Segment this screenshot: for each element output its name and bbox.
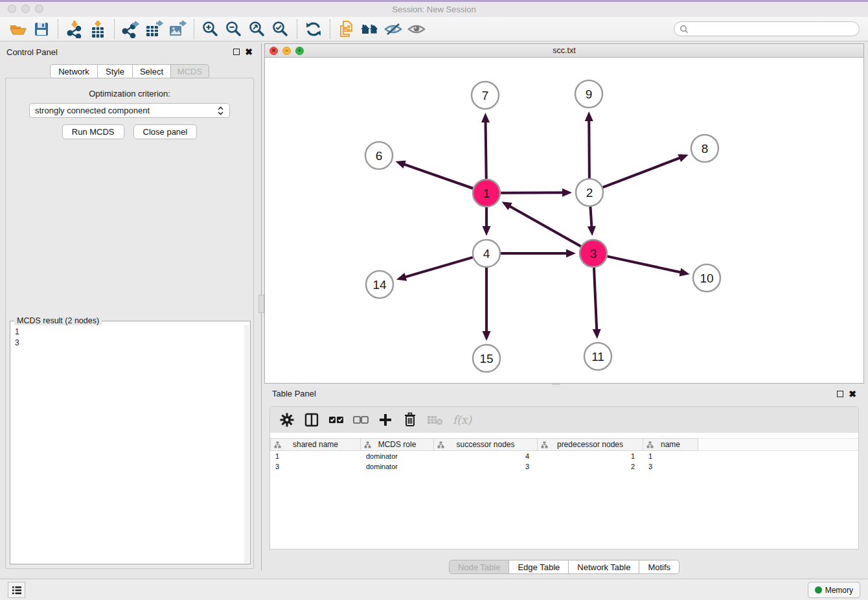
zoom-network-icon[interactable]: + — [295, 47, 304, 55]
table-row[interactable]: 1dominator411 — [270, 451, 858, 461]
run-mcds-button[interactable]: Run MCDS — [62, 124, 124, 139]
export-table-icon — [144, 20, 164, 38]
tab-mcds[interactable]: MCDS — [171, 64, 209, 78]
edge-1-2[interactable] — [501, 192, 564, 193]
import-network-button[interactable] — [63, 18, 86, 40]
float-table-panel-icon[interactable] — [837, 391, 843, 397]
hide-selected-button[interactable] — [382, 18, 405, 40]
window-controls[interactable] — [8, 5, 43, 13]
minimize-window-icon[interactable] — [21, 5, 30, 13]
edge-1-7[interactable] — [486, 121, 486, 179]
float-panel-icon[interactable] — [233, 49, 240, 55]
tab-style[interactable]: Style — [98, 64, 133, 78]
vertical-splitter-handle[interactable] — [258, 295, 264, 313]
column-header-name[interactable]: name — [643, 438, 698, 451]
close-window-icon[interactable] — [8, 5, 16, 13]
edge-4-14[interactable] — [404, 257, 472, 277]
table-cell[interactable]: 2 — [538, 461, 643, 472]
open-file-icon — [9, 21, 27, 38]
export-network-icon — [121, 20, 141, 38]
node-label-10: 10 — [700, 271, 713, 285]
gear-button[interactable] — [279, 411, 295, 428]
tab-motifs[interactable]: Motifs — [639, 560, 680, 574]
minimize-network-icon[interactable]: − — [282, 47, 291, 55]
tab-network-table[interactable]: Network Table — [569, 560, 639, 574]
edge-2-9[interactable] — [589, 119, 589, 178]
search-box[interactable] — [674, 21, 860, 36]
criterion-select[interactable]: strongly connected component — [29, 103, 230, 118]
table-cell[interactable]: 4 — [434, 451, 538, 461]
result-scrollbar[interactable] — [244, 325, 249, 563]
deselect-all-button[interactable] — [353, 411, 369, 428]
column-visibility-button[interactable] — [304, 411, 319, 428]
node-label-2: 2 — [586, 186, 593, 200]
sort-tree-icon — [437, 441, 444, 448]
zoom-out-icon — [225, 20, 243, 38]
edge-3-1[interactable] — [508, 205, 581, 246]
tab-node-table[interactable]: Node Table — [449, 560, 510, 574]
zoom-fit-button[interactable] — [246, 18, 269, 40]
column-header-successor-nodes[interactable]: successor nodes — [434, 438, 538, 451]
open-file-button[interactable] — [6, 18, 30, 40]
memory-label: Memory — [825, 586, 853, 595]
table-cell[interactable]: 3 — [434, 461, 538, 472]
edge-2-3[interactable] — [590, 207, 591, 228]
table-toolbar: f(x) — [270, 407, 858, 433]
search-input[interactable] — [691, 25, 859, 34]
export-network-button[interactable] — [119, 18, 143, 40]
close-panel-button[interactable]: Close panel — [133, 124, 198, 139]
edge-3-11[interactable] — [594, 268, 597, 331]
export-table-button[interactable] — [143, 18, 166, 40]
maximize-window-icon[interactable] — [35, 5, 43, 13]
save-session-button[interactable] — [30, 18, 53, 40]
table-cell[interactable]: dominator — [361, 461, 434, 472]
tab-select[interactable]: Select — [133, 64, 171, 78]
table-cell[interactable]: dominator — [361, 451, 434, 461]
import-table-button[interactable] — [86, 18, 109, 40]
table-panel-title: Table Panel — [272, 389, 316, 398]
export-image-button[interactable] — [166, 18, 189, 40]
select-all-button[interactable] — [328, 411, 344, 428]
table-cell[interactable]: 3 — [643, 461, 698, 472]
close-network-icon[interactable]: ✕ — [269, 47, 278, 55]
zoom-out-button[interactable] — [222, 18, 246, 40]
delete-column-button[interactable] — [427, 411, 444, 428]
function-builder-button[interactable]: f(x) — [453, 411, 472, 428]
column-header-predecessor-nodes[interactable]: predecessor nodes — [538, 438, 643, 451]
edge-1-6[interactable] — [403, 164, 473, 189]
zoom-in-button[interactable] — [199, 18, 222, 40]
table-cell[interactable]: 3 — [270, 461, 361, 472]
tab-network[interactable]: Network — [50, 64, 98, 78]
network-graph[interactable]: 7968124314101511 — [265, 58, 863, 383]
network-window-titlebar[interactable]: ✕ − + scc.txt — [265, 44, 863, 58]
edge-2-8[interactable] — [603, 157, 681, 187]
column-header-empty — [698, 438, 858, 451]
table-cell[interactable]: 1 — [538, 451, 643, 461]
task-history-button[interactable] — [8, 582, 25, 598]
close-panel-icon[interactable]: ✖ — [245, 47, 253, 56]
add-column-button[interactable] — [378, 411, 393, 428]
first-neighbors-button[interactable] — [358, 18, 382, 40]
column-header-shared-name[interactable]: shared name — [270, 438, 361, 451]
close-table-panel-icon[interactable]: ✖ — [849, 389, 856, 398]
zoom-in-icon — [201, 20, 220, 38]
column-header-mcds-role[interactable]: MCDS role — [361, 438, 434, 451]
copy-network-button[interactable] — [335, 18, 358, 40]
table-cell[interactable]: 1 — [643, 451, 698, 461]
network-window-controls[interactable]: ✕ − + — [269, 47, 304, 55]
edge-arrowhead — [678, 154, 688, 162]
delete-button[interactable] — [402, 411, 418, 428]
show-all-button[interactable] — [405, 18, 428, 40]
zoom-selected-button[interactable] — [269, 18, 292, 40]
refresh-button[interactable] — [302, 18, 325, 40]
table-cell[interactable]: 1 — [270, 451, 361, 461]
node-label-3: 3 — [590, 247, 597, 260]
node-label-4: 4 — [483, 247, 490, 260]
save-session-icon — [34, 21, 49, 37]
mcds-result-text[interactable]: 13 — [11, 325, 244, 563]
table-row[interactable]: 3dominator323 — [270, 461, 858, 472]
node-label-8: 8 — [702, 142, 709, 156]
tab-edge-table[interactable]: Edge Table — [509, 560, 569, 574]
edge-3-10[interactable] — [607, 257, 681, 273]
memory-button[interactable]: Memory — [808, 582, 860, 598]
